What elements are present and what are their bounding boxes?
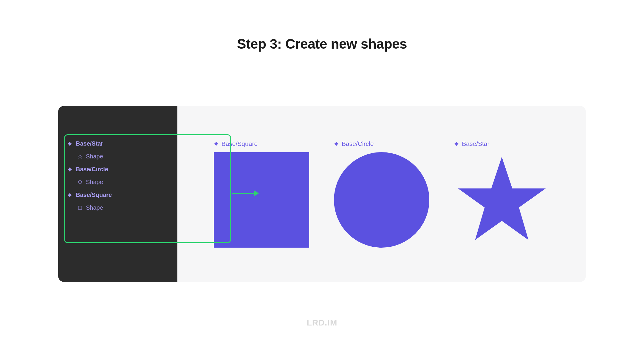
- arrow-line: [232, 193, 256, 194]
- layer-label: Base/Star: [76, 140, 103, 147]
- layer-child-square[interactable]: Shape: [66, 201, 170, 214]
- page-title: Step 3: Create new shapes: [0, 0, 644, 52]
- shape-label-square: Base/Square: [214, 140, 258, 147]
- shape-label-circle: Base/Circle: [334, 140, 374, 147]
- layers-panel: Base/Star Shape Base/Circle Shape: [58, 106, 177, 282]
- star-icon: [78, 154, 82, 159]
- component-icon: [334, 141, 339, 146]
- layer-child-label: Shape: [86, 153, 103, 160]
- component-icon: [67, 141, 72, 146]
- component-icon: [67, 167, 72, 172]
- layer-item-square[interactable]: Base/Square: [66, 189, 170, 201]
- svg-point-0: [78, 180, 81, 184]
- arrow-indicator: [175, 189, 256, 198]
- shape-group-star: Base/Star: [454, 140, 549, 248]
- shape-group-circle: Base/Circle: [334, 140, 429, 248]
- shape-label-star: Base/Star: [454, 140, 489, 147]
- canvas-container: Base/Star Shape Base/Circle Shape: [58, 106, 586, 282]
- square-shape[interactable]: [214, 152, 309, 248]
- layer-item-star[interactable]: Base/Star: [66, 137, 170, 150]
- shape-label-text: Base/Square: [222, 140, 258, 147]
- component-icon: [214, 141, 219, 146]
- square-icon: [78, 206, 82, 210]
- arrow-head-icon: [254, 190, 259, 196]
- circle-shape[interactable]: [334, 152, 429, 248]
- layer-child-label: Shape: [86, 204, 103, 211]
- svg-rect-1: [78, 206, 81, 209]
- layer-child-circle[interactable]: Shape: [66, 176, 170, 189]
- component-icon: [67, 193, 72, 197]
- star-shape[interactable]: [454, 152, 549, 248]
- layer-list: Base/Star Shape Base/Circle Shape: [66, 137, 170, 214]
- component-icon: [454, 141, 459, 146]
- watermark: LRD.IM: [307, 318, 337, 328]
- shape-label-text: Base/Circle: [342, 140, 374, 147]
- layer-label: Base/Square: [76, 192, 112, 198]
- layer-item-circle[interactable]: Base/Circle: [66, 163, 170, 176]
- shape-label-text: Base/Star: [462, 140, 489, 147]
- layer-label: Base/Circle: [76, 166, 108, 173]
- layer-child-label: Shape: [86, 179, 103, 186]
- circle-icon: [78, 180, 82, 185]
- layer-child-star[interactable]: Shape: [66, 150, 170, 163]
